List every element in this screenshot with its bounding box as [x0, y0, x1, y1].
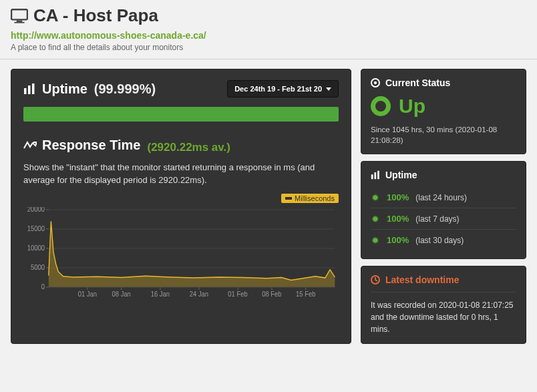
downtime-heading: Latest downtime [371, 274, 516, 285]
title-row: CA - Host Papa [11, 5, 526, 26]
svg-rect-39 [374, 172, 376, 179]
uptime-title-text: Uptime [42, 81, 87, 97]
uptime-heading-text: Uptime [385, 170, 417, 180]
svg-text:08 Feb: 08 Feb [262, 290, 281, 297]
svg-rect-40 [377, 171, 379, 179]
status-state: Up [399, 95, 425, 118]
chevron-down-icon [326, 87, 331, 91]
monitor-icon [11, 9, 28, 23]
content-row: Uptime (99.999%) Dec 24th 19 - Feb 21st … [0, 59, 537, 353]
uptime-item-pct: 100% [387, 192, 409, 202]
svg-rect-5 [32, 83, 35, 94]
uptime-item: ✹ 100% (last 30 days) [371, 229, 516, 250]
uptime-item: ✹ 100% (last 24 hours) [371, 187, 516, 208]
uptime-title: Uptime (99.999%) [23, 81, 156, 97]
svg-text:24 Jan: 24 Jan [190, 290, 208, 297]
uptime-item-range: (last 24 hours) [415, 193, 467, 202]
svg-text:01 Feb: 01 Feb [228, 290, 247, 297]
uptime-item-pct: 100% [387, 214, 409, 224]
burst-icon: ✹ [371, 193, 380, 202]
svg-text:0: 0 [41, 282, 45, 290]
date-range-label: Dec 24th 19 - Feb 21st 20 [234, 85, 322, 93]
svg-text:01 Jan: 01 Jan [78, 290, 97, 297]
chart-legend: Milliseconds [23, 194, 339, 203]
svg-text:15000: 15000 [27, 224, 45, 232]
main-panel: Uptime (99.999%) Dec 24th 19 - Feb 21st … [11, 69, 351, 344]
burst-icon: ✹ [371, 236, 380, 245]
date-range-picker[interactable]: Dec 24th 19 - Feb 21st 20 [227, 80, 339, 97]
uptime-item-range: (last 30 days) [415, 236, 464, 245]
response-section-header: Response Time (2920.22ms av.) [23, 138, 339, 154]
status-up-icon [371, 96, 391, 116]
svg-rect-2 [14, 21, 24, 23]
svg-rect-4 [28, 85, 31, 94]
page-subtitle: A place to find all the details about yo… [11, 43, 526, 52]
record-icon [371, 78, 380, 87]
uptime-section-header: Uptime (99.999%) Dec 24th 19 - Feb 21st … [23, 80, 339, 97]
status-heading-text: Current Status [385, 77, 450, 88]
response-avg: (2920.22ms av.) [147, 141, 230, 154]
svg-rect-3 [24, 88, 27, 94]
status-since: Since 1045 hrs, 30 mins (2020-01-08 21:0… [371, 124, 516, 146]
svg-text:15 Feb: 15 Feb [296, 290, 315, 297]
uptime-card-heading: Uptime [371, 170, 516, 180]
svg-text:10000: 10000 [27, 244, 45, 251]
page-header: CA - Host Papa http://www.autonomous-sho… [0, 0, 537, 59]
status-card-heading: Current Status [371, 77, 516, 88]
downtime-text: It was recorded on 2020-01-08 21:07:25 a… [371, 292, 516, 335]
response-title: Response Time [23, 138, 140, 153]
bars-icon [371, 170, 380, 180]
clock-icon [371, 275, 380, 284]
monitor-url-link[interactable]: http://www.autonomous-shoes-canada-e.ca/ [11, 30, 206, 41]
legend-item-ms: Milliseconds [281, 194, 339, 203]
status-body: Up [371, 95, 516, 118]
uptime-bar-chart [23, 107, 339, 122]
page-title: CA - Host Papa [33, 5, 158, 26]
svg-text:20000: 20000 [27, 207, 45, 213]
svg-text:08 Jan: 08 Jan [112, 290, 131, 297]
svg-text:5000: 5000 [31, 263, 45, 270]
uptime-card: Uptime ✹ 100% (last 24 hours) ✹ 100% (la… [361, 161, 526, 259]
burst-icon: ✹ [371, 214, 380, 224]
uptime-list: ✹ 100% (last 24 hours) ✹ 100% (last 7 da… [371, 187, 516, 250]
svg-point-37 [374, 81, 377, 84]
downtime-card: Latest downtime It was recorded on 2020-… [361, 266, 526, 344]
svg-rect-1 [17, 20, 23, 21]
response-chart: 0500010000150002000001 Jan08 Jan16 Jan24… [23, 207, 339, 301]
uptime-item-range: (last 7 days) [415, 214, 459, 224]
side-column: Current Status Up Since 1045 hrs, 30 min… [361, 69, 526, 344]
status-card: Current Status Up Since 1045 hrs, 30 min… [361, 69, 526, 154]
uptime-item: ✹ 100% (last 7 days) [371, 208, 516, 229]
bars-icon [23, 83, 35, 95]
svg-rect-38 [371, 174, 373, 179]
downtime-heading-text: Latest downtime [385, 274, 459, 285]
trend-icon [23, 140, 37, 151]
response-description: Shows the "instant" that the monitor sta… [23, 161, 339, 187]
svg-rect-0 [11, 9, 27, 19]
uptime-percentage: (99.999%) [94, 81, 156, 97]
response-title-text: Response Time [42, 138, 140, 153]
uptime-item-pct: 100% [387, 235, 409, 245]
svg-text:16 Jan: 16 Jan [151, 290, 170, 297]
